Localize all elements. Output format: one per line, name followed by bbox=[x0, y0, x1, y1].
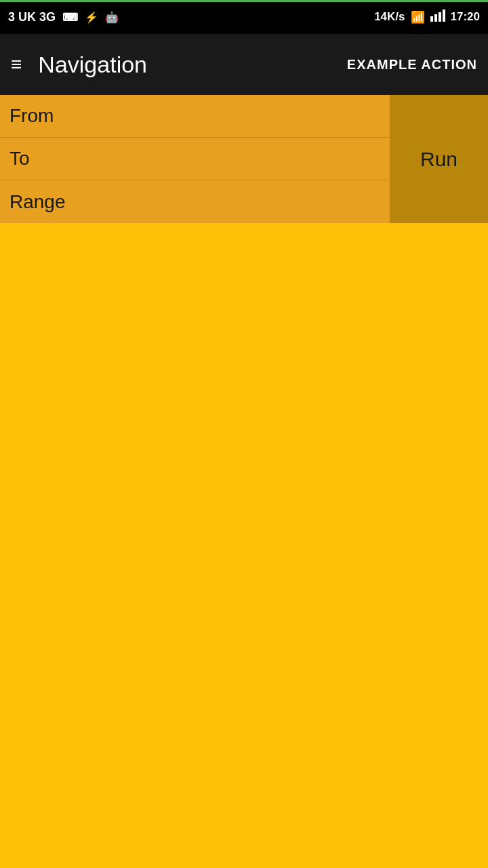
to-label: To bbox=[9, 148, 30, 170]
from-field[interactable]: From bbox=[0, 95, 390, 138]
svg-rect-2 bbox=[439, 12, 441, 22]
from-label: From bbox=[9, 105, 54, 127]
run-button-label: Run bbox=[420, 148, 458, 171]
time-label: 17:20 bbox=[451, 10, 480, 24]
svg-rect-1 bbox=[434, 14, 437, 22]
signal-icon bbox=[430, 9, 445, 25]
carrier-label: 3 UK 3G bbox=[8, 10, 56, 24]
network-speed: 14K/s bbox=[374, 10, 405, 24]
menu-icon[interactable]: ≡ bbox=[11, 55, 22, 74]
status-bar-left: 3 UK 3G ⌨ ⚡ 🤖 bbox=[8, 10, 119, 24]
range-label: Range bbox=[9, 191, 66, 213]
usb-icon: ⌨ bbox=[62, 11, 78, 24]
android-icon: 🤖 bbox=[105, 11, 119, 24]
wifi-icon: 📶 bbox=[411, 10, 425, 24]
progress-bar bbox=[0, 0, 488, 2]
usb2-icon: ⚡ bbox=[85, 11, 98, 24]
range-field[interactable]: Range bbox=[0, 180, 390, 223]
svg-rect-0 bbox=[430, 16, 433, 22]
form-area: From To Range Run bbox=[0, 95, 488, 223]
to-field[interactable]: To bbox=[0, 138, 390, 180]
content-area: From To Range Run bbox=[0, 95, 488, 868]
toolbar-title: Navigation bbox=[38, 52, 347, 78]
status-bar-right: 14K/s 📶 17:20 bbox=[374, 9, 480, 25]
status-bar: 3 UK 3G ⌨ ⚡ 🤖 14K/s 📶 17:20 bbox=[0, 0, 488, 34]
toolbar: ≡ Navigation EXAMPLE ACTION bbox=[0, 34, 488, 95]
svg-rect-3 bbox=[443, 9, 445, 22]
run-button[interactable]: Run bbox=[390, 95, 488, 223]
fields-column: From To Range bbox=[0, 95, 390, 223]
main-background bbox=[0, 223, 488, 868]
example-action-button[interactable]: EXAMPLE ACTION bbox=[347, 57, 477, 73]
